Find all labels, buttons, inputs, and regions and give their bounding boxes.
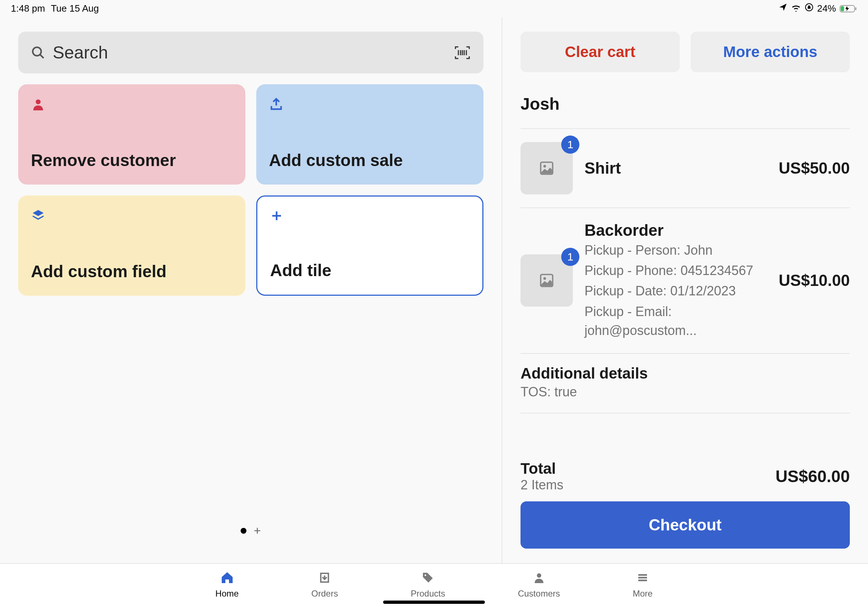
left-panel: Search Remove customer Add custom sale: [0, 17, 502, 563]
battery-icon: [840, 5, 857, 13]
additional-title: Additional details: [521, 365, 850, 382]
svg-point-19: [537, 573, 541, 578]
quantity-badge: 1: [561, 136, 580, 154]
orders-icon: [318, 570, 331, 585]
additional-details-section[interactable]: Additional details TOS: true: [521, 354, 850, 413]
additional-text: TOS: true: [521, 384, 850, 400]
barcode-scan-icon[interactable]: [454, 45, 471, 60]
tile-label: Add custom sale: [269, 150, 471, 170]
cart-item-price: US$10.00: [778, 271, 850, 289]
orientation-lock-icon: [805, 3, 814, 14]
nav-products[interactable]: Products: [411, 570, 445, 599]
svg-point-18: [425, 574, 426, 576]
add-tile-button[interactable]: Add tile: [256, 195, 484, 296]
status-right: 24%: [778, 3, 857, 14]
add-page-icon[interactable]: +: [254, 524, 261, 538]
person-icon: [31, 97, 232, 114]
nav-orders[interactable]: Orders: [312, 570, 338, 599]
checkout-button[interactable]: Checkout: [521, 501, 850, 549]
nav-label: Products: [411, 589, 445, 599]
svg-rect-2: [855, 7, 856, 10]
search-box[interactable]: Search: [18, 32, 484, 73]
add-custom-sale-tile[interactable]: Add custom sale: [256, 84, 484, 185]
cart-panel: Clear cart More actions Josh 1 Shirt US$…: [502, 17, 868, 563]
nav-label: More: [633, 589, 653, 599]
customer-name[interactable]: Josh: [521, 94, 850, 129]
clear-cart-button[interactable]: Clear cart: [521, 32, 680, 72]
total-items-count: 2 Items: [521, 478, 563, 493]
tile-label: Remove customer: [31, 150, 232, 170]
svg-point-15: [543, 165, 546, 167]
svg-point-17: [543, 277, 546, 280]
cart-item-price: US$50.00: [778, 159, 850, 177]
nav-customers[interactable]: Customers: [518, 570, 560, 599]
cart-item-title: Shirt: [584, 159, 767, 177]
cart-item-meta: Pickup - Phone: 0451234567: [584, 261, 767, 280]
home-icon: [220, 570, 234, 585]
nav-label: Home: [215, 589, 239, 599]
cart-item-meta: Pickup - Person: John: [584, 241, 767, 260]
nav-label: Orders: [312, 589, 338, 599]
home-indicator[interactable]: [383, 601, 485, 604]
add-custom-field-tile[interactable]: Add custom field: [18, 195, 245, 296]
more-actions-button[interactable]: More actions: [691, 32, 850, 72]
nav-home[interactable]: Home: [215, 570, 239, 599]
cart-item[interactable]: 1 Shirt US$50.00: [521, 129, 850, 208]
quantity-badge: 1: [561, 248, 580, 266]
total-section: Total 2 Items US$60.00: [521, 450, 850, 501]
search-placeholder: Search: [53, 43, 447, 62]
nav-label: Customers: [518, 589, 560, 599]
svg-line-5: [40, 54, 43, 58]
location-icon: [778, 3, 787, 14]
wifi-icon: [791, 3, 801, 14]
upload-icon: [269, 97, 471, 114]
svg-point-4: [33, 47, 41, 56]
total-amount: US$60.00: [775, 467, 850, 486]
page-dot[interactable]: [240, 528, 246, 534]
customers-icon: [533, 570, 546, 585]
cart-item-title: Backorder: [584, 221, 767, 240]
products-icon: [421, 570, 434, 585]
bottom-nav: Home Orders Products Customers More: [0, 563, 868, 606]
search-icon: [31, 45, 45, 60]
total-label: Total: [521, 460, 563, 478]
page-indicator: +: [18, 524, 484, 556]
nav-more[interactable]: More: [633, 570, 653, 599]
status-bar: 1:48 pm Tue 15 Aug 24%: [0, 0, 868, 17]
layers-icon: [31, 208, 232, 226]
svg-rect-3: [841, 6, 844, 11]
cart-item-meta: Pickup - Date: 01/12/2023: [584, 281, 767, 300]
status-time: 1:48 pm: [11, 3, 45, 14]
svg-point-11: [36, 99, 40, 104]
tile-label: Add tile: [270, 260, 470, 280]
plus-icon: [270, 209, 470, 227]
status-date: Tue 15 Aug: [51, 3, 99, 14]
tile-label: Add custom field: [31, 261, 232, 281]
cart-item-meta: Pickup - Email: john@poscustom...: [584, 302, 767, 340]
remove-customer-tile[interactable]: Remove customer: [18, 84, 245, 185]
battery-percentage: 24%: [817, 3, 836, 14]
cart-item[interactable]: 1 Backorder Pickup - Person: John Pickup…: [521, 208, 850, 354]
menu-icon: [636, 570, 649, 585]
